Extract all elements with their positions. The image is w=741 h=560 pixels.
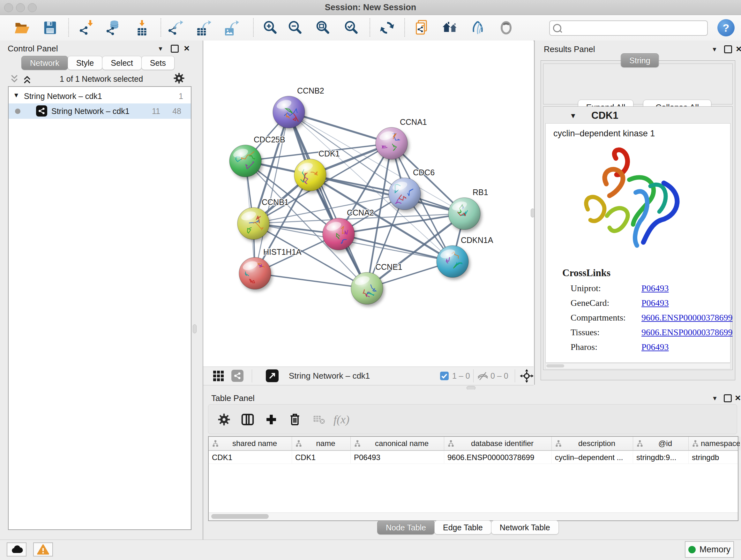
export-network-icon[interactable] xyxy=(166,19,184,37)
table-settings-gear-icon[interactable] xyxy=(216,412,232,428)
network-share-icon[interactable] xyxy=(231,370,244,382)
open-in-new-window-icon[interactable] xyxy=(266,369,279,382)
results-panel-close-icon[interactable]: ✕ xyxy=(735,45,741,53)
show-columns-icon[interactable] xyxy=(240,412,256,428)
search-input[interactable] xyxy=(562,22,704,34)
table-cell[interactable]: stringdb:9... xyxy=(633,451,689,463)
string-home-houses-icon[interactable] xyxy=(441,19,459,37)
crosslinks-heading: CrossLinks xyxy=(562,267,610,279)
table-horizontal-scrollbar[interactable] xyxy=(209,512,738,520)
tab-style[interactable]: Style xyxy=(68,56,103,70)
column-header-canonical-name[interactable]: canonical name xyxy=(351,437,444,450)
crosslink-link[interactable]: P06493 xyxy=(642,283,669,294)
current-network-dot-icon xyxy=(15,109,20,114)
tab-edge-table[interactable]: Edge Table xyxy=(434,520,491,535)
table-cell[interactable]: P06493 xyxy=(351,451,444,463)
window-title: Session: New Session xyxy=(0,3,741,12)
protein-structure-image[interactable] xyxy=(568,144,696,259)
network-collection-row[interactable]: ▼ String Network – cdk1 1 xyxy=(9,89,191,104)
crosslink-link[interactable]: 9606.ENSP00000378699 xyxy=(642,327,732,337)
birdseye-grid-icon[interactable] xyxy=(213,370,224,382)
search-box[interactable] xyxy=(549,20,708,36)
results-panel-title: Results Panel xyxy=(544,44,595,54)
edge-CCNB2-CCNE1[interactable] xyxy=(289,112,367,288)
results-horizontal-scrollbar[interactable] xyxy=(545,363,731,369)
fit-selected-crosshair-icon[interactable] xyxy=(520,369,534,383)
cloud-status-button[interactable] xyxy=(7,543,26,557)
open-session-icon[interactable] xyxy=(13,19,30,37)
tab-network[interactable]: Network xyxy=(21,56,68,70)
column-header-description[interactable]: description xyxy=(552,437,633,450)
zoom-selected-icon[interactable] xyxy=(343,19,360,37)
node-CDKN1A[interactable]: CDKN1A xyxy=(436,236,493,277)
control-panel-collapse-icon[interactable]: ▼ xyxy=(156,44,165,53)
hidden-eye-icon[interactable] xyxy=(477,371,488,381)
edge-HIST1H1A-CCNE1[interactable] xyxy=(255,273,367,288)
zoom-out-icon[interactable] xyxy=(286,19,305,37)
node-HIST1H1A[interactable]: HIST1H1A xyxy=(239,247,301,289)
table-panel-close-icon[interactable]: ✕ xyxy=(734,394,741,402)
hide-string-labels-eye-icon[interactable] xyxy=(469,19,487,37)
table-cell[interactable]: stringdb xyxy=(689,451,740,463)
results-panel: Results Panel ▼ ✕ String Expand All Coll… xyxy=(534,41,741,385)
tab-node-table[interactable]: Node Table xyxy=(377,520,434,535)
memory-status-dot-icon xyxy=(688,546,696,553)
table-panel-float-icon[interactable] xyxy=(724,394,732,402)
results-panel-float-icon[interactable] xyxy=(724,45,732,53)
node-RB1[interactable]: RB1 xyxy=(448,188,488,230)
zoom-in-icon[interactable] xyxy=(262,19,280,37)
table-panel-collapse-icon[interactable]: ▼ xyxy=(711,394,719,402)
node-CDK1[interactable]: CDK1 xyxy=(294,149,340,191)
zoom-fit-icon[interactable] xyxy=(314,19,332,37)
import-network-file-icon[interactable] xyxy=(77,19,95,37)
crosslink-label: Tissues: xyxy=(570,327,600,337)
column-header-name[interactable]: name xyxy=(292,437,351,450)
crosslink-link[interactable]: P06493 xyxy=(642,298,669,308)
column-header-shared-name[interactable]: shared name xyxy=(209,437,292,450)
crosslink-link[interactable]: 9606.ENSP00000378699 xyxy=(642,313,732,323)
export-image-icon[interactable] xyxy=(222,19,240,37)
collection-expand-arrow-icon[interactable]: ▼ xyxy=(13,91,19,99)
crosslink-link[interactable]: P06493 xyxy=(642,342,669,352)
results-panel-collapse-icon[interactable]: ▼ xyxy=(711,45,719,53)
table-cell[interactable]: CDK1 xyxy=(209,451,292,463)
tab-string[interactable]: String xyxy=(621,53,659,67)
function-builder-icon[interactable]: f(x) xyxy=(333,412,349,428)
cdk1-collapse-arrow-icon[interactable]: ▼ xyxy=(569,112,577,120)
import-table-file-icon[interactable] xyxy=(133,19,151,37)
table-cell[interactable]: 9606.ENSP00000378699 xyxy=(444,451,552,463)
column-header-namespace[interactable]: namespace xyxy=(689,437,740,450)
export-table-icon[interactable] xyxy=(194,19,212,37)
warnings-button[interactable] xyxy=(33,543,53,557)
control-panel-close-icon[interactable]: ✕ xyxy=(183,44,191,53)
help-button[interactable]: ? xyxy=(718,19,735,37)
table-cell[interactable]: cyclin–dependent ... xyxy=(552,451,633,463)
node-CCNA1[interactable]: CCNA1 xyxy=(376,118,427,159)
selected-nodes-checkbox[interactable] xyxy=(440,372,449,380)
column-header-database-identifier[interactable]: database identifier xyxy=(444,437,552,450)
column-header-@id[interactable]: @id xyxy=(633,437,689,450)
delete-table-icon[interactable] xyxy=(311,412,327,428)
delete-column-trash-icon[interactable] xyxy=(287,412,303,428)
network-name: String Network – cdk1 xyxy=(51,107,130,116)
string-network-graph[interactable]: CCNB2CCNA1CDC25BCDK1CDC6RB1CCNB1CCNA2CDK… xyxy=(203,41,534,367)
left-splitter-handle[interactable] xyxy=(193,324,197,333)
network-options-gear-icon[interactable] xyxy=(173,72,185,85)
control-panel-title: Control Panel xyxy=(8,44,58,54)
tab-network-table[interactable]: Network Table xyxy=(491,520,559,535)
tab-select[interactable]: Select xyxy=(102,56,141,70)
network-row[interactable]: String Network – cdk1 11 48 xyxy=(9,104,191,119)
save-session-icon[interactable] xyxy=(41,19,59,37)
node-CCNB2[interactable]: CCNB2 xyxy=(273,86,324,128)
apply-layout-refresh-icon[interactable] xyxy=(378,19,396,37)
table-cell[interactable]: CDK1 xyxy=(292,451,351,463)
memory-button[interactable]: Memory xyxy=(685,541,734,558)
control-panel-float-icon[interactable] xyxy=(171,44,179,53)
table-row[interactable]: CDK1CDK1P064939606.ENSP00000378699cyclin… xyxy=(209,451,738,464)
import-string-network-icon[interactable] xyxy=(413,19,431,37)
show-structures-eye-icon[interactable] xyxy=(497,19,515,37)
import-network-database-icon[interactable] xyxy=(105,19,122,37)
tab-sets[interactable]: Sets xyxy=(141,56,175,70)
create-column-plus-icon[interactable] xyxy=(263,412,279,428)
network-canvas[interactable]: CCNB2CCNA1CDC25BCDK1CDC6RB1CCNB1CCNA2CDK… xyxy=(203,41,534,367)
